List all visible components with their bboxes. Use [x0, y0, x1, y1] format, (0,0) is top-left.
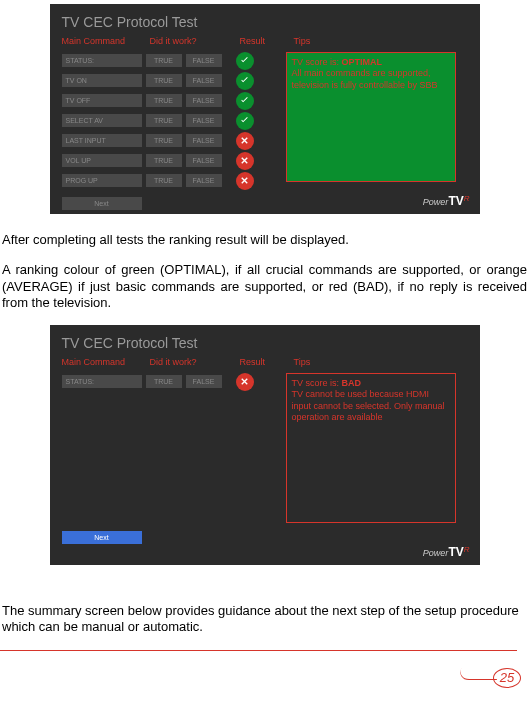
false-button[interactable]: FALSE — [186, 74, 222, 87]
footer-divider — [0, 650, 517, 651]
true-button[interactable]: TRUE — [146, 375, 182, 388]
next-row: Next — [62, 195, 254, 212]
panel-title: TV CEC Protocol Test — [62, 14, 468, 30]
cmd-row: STATUS: TRUE FALSE — [62, 373, 254, 390]
panel-title: TV CEC Protocol Test — [62, 335, 468, 351]
cmd-label: STATUS: — [62, 54, 142, 67]
tips-box-optimal: TV score is: OPTIMAL All main commands a… — [286, 52, 456, 182]
page-footer: 25 — [0, 650, 529, 690]
tips-prefix: TV score is: — [292, 57, 342, 67]
cmd-row: TV ON TRUE FALSE — [62, 72, 254, 89]
header-tips: Tips — [294, 36, 468, 46]
cmd-row: PROG UP TRUE FALSE — [62, 172, 254, 189]
true-button[interactable]: TRUE — [146, 54, 182, 67]
cmd-row: TV OFF TRUE FALSE — [62, 92, 254, 109]
cross-icon — [236, 132, 254, 150]
column-headers: Main Command Did it work? Result Tips — [62, 36, 468, 46]
header-did-it-work: Did it work? — [150, 36, 240, 46]
false-button[interactable]: FALSE — [186, 154, 222, 167]
header-result: Result — [240, 357, 294, 367]
header-main-command: Main Command — [62, 36, 150, 46]
tips-box-bad: TV score is: BAD TV cannot be used becau… — [286, 373, 456, 523]
true-button[interactable]: TRUE — [146, 154, 182, 167]
screenshot-bad: TV CEC Protocol Test Main Command Did it… — [50, 325, 480, 565]
cmd-label: STATUS: — [62, 375, 142, 388]
paragraph-2: A ranking colour of green (OPTIMAL), if … — [0, 262, 529, 311]
tips-score: BAD — [342, 378, 362, 388]
cross-icon — [236, 152, 254, 170]
true-button[interactable]: TRUE — [146, 134, 182, 147]
paragraph-1: After completing all tests the ranking r… — [0, 232, 529, 248]
tips-prefix: TV score is: — [292, 378, 342, 388]
tips-text: All main commands are supported, televis… — [292, 68, 450, 91]
tips-text: TV cannot be used because HDMI input can… — [292, 389, 450, 423]
next-button[interactable]: Next — [62, 197, 142, 210]
paragraph-3: The summary screen below provides guidan… — [0, 603, 529, 636]
false-button[interactable]: FALSE — [186, 174, 222, 187]
column-headers: Main Command Did it work? Result Tips — [62, 357, 468, 367]
check-icon — [236, 112, 254, 130]
cmd-row: SELECT AV TRUE FALSE — [62, 112, 254, 129]
cmd-label: TV OFF — [62, 94, 142, 107]
false-button[interactable]: FALSE — [186, 114, 222, 127]
power-tv-logo: PowerTVR — [423, 545, 470, 559]
header-did-it-work: Did it work? — [150, 357, 240, 367]
cross-icon — [236, 373, 254, 391]
cmd-label: PROG UP — [62, 174, 142, 187]
check-icon — [236, 72, 254, 90]
next-button[interactable]: Next — [62, 531, 142, 544]
false-button[interactable]: FALSE — [186, 375, 222, 388]
header-result: Result — [240, 36, 294, 46]
true-button[interactable]: TRUE — [146, 174, 182, 187]
header-tips: Tips — [294, 357, 468, 367]
power-tv-logo: PowerTVR — [423, 194, 470, 208]
false-button[interactable]: FALSE — [186, 94, 222, 107]
cross-icon — [236, 172, 254, 190]
page-number: 25 — [493, 668, 521, 688]
false-button[interactable]: FALSE — [186, 134, 222, 147]
true-button[interactable]: TRUE — [146, 74, 182, 87]
header-main-command: Main Command — [62, 357, 150, 367]
cmd-label: LAST INPUT — [62, 134, 142, 147]
next-row: Next — [62, 529, 254, 546]
cmd-row: STATUS: TRUE FALSE — [62, 52, 254, 69]
cmd-label: TV ON — [62, 74, 142, 87]
check-icon — [236, 92, 254, 110]
true-button[interactable]: TRUE — [146, 94, 182, 107]
cmd-label: VOL UP — [62, 154, 142, 167]
cmd-row: LAST INPUT TRUE FALSE — [62, 132, 254, 149]
true-button[interactable]: TRUE — [146, 114, 182, 127]
tips-score: OPTIMAL — [342, 57, 383, 67]
false-button[interactable]: FALSE — [186, 54, 222, 67]
check-icon — [236, 52, 254, 70]
cmd-label: SELECT AV — [62, 114, 142, 127]
screenshot-optimal: TV CEC Protocol Test Main Command Did it… — [50, 4, 480, 214]
cmd-row: VOL UP TRUE FALSE — [62, 152, 254, 169]
